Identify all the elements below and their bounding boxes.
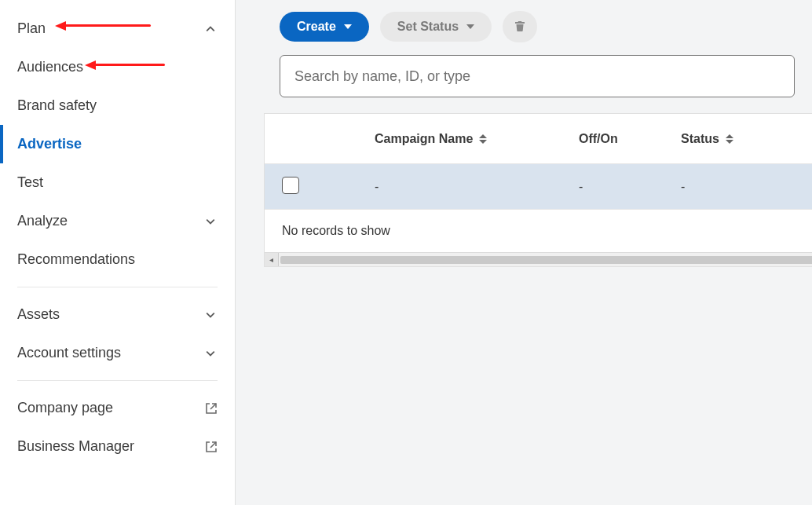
- col-campaign-name[interactable]: Campaign Name: [320, 132, 579, 146]
- trash-icon: [514, 20, 526, 35]
- table-header: Campaign Name Off/On Status Key Results: [265, 114, 812, 164]
- nav-label: Company page: [17, 400, 113, 416]
- main-content: Create Set Status Campaign Name Off: [236, 0, 812, 505]
- nav-label: Test: [17, 174, 43, 191]
- external-link-icon: [205, 441, 218, 453]
- row-checkbox[interactable]: [282, 177, 299, 194]
- nav-item-business-manager[interactable]: Business Manager: [0, 427, 235, 466]
- cell-name: -: [320, 180, 579, 194]
- caret-down-icon: [466, 24, 474, 29]
- sort-icon: [726, 134, 733, 144]
- col-label: Off/On: [579, 132, 618, 146]
- chevron-down-icon: [203, 214, 218, 229]
- scroll-thumb[interactable]: [280, 256, 812, 264]
- table-row: - - - - -: [265, 164, 812, 210]
- sidebar: Plan Audiences Brand safety Advertise Te…: [0, 0, 236, 505]
- search-wrap: [236, 55, 812, 97]
- nav-item-analyze[interactable]: Analyze: [0, 202, 235, 240]
- nav-item-company-page[interactable]: Company page: [0, 389, 235, 427]
- cell-status: -: [681, 180, 812, 194]
- nav-item-test[interactable]: Test: [0, 163, 235, 202]
- nav-label: Brand safety: [17, 97, 97, 114]
- nav-label: Audiences: [17, 59, 83, 75]
- nav-item-audiences[interactable]: Audiences: [0, 48, 235, 86]
- col-label: Status: [681, 132, 719, 146]
- col-label: Campaign Name: [375, 132, 473, 146]
- button-label: Set Status: [397, 20, 459, 34]
- external-link-icon: [205, 402, 218, 415]
- chevron-up-icon: [203, 22, 218, 36]
- divider: [17, 380, 218, 381]
- horizontal-scrollbar[interactable]: ◂: [265, 252, 812, 266]
- button-label: Create: [297, 20, 336, 34]
- col-off-on[interactable]: Off/On: [579, 132, 681, 146]
- toolbar: Create Set Status: [236, 6, 812, 55]
- nav-label: Analyze: [17, 213, 68, 229]
- delete-button[interactable]: [503, 11, 537, 42]
- nav-label: Business Manager: [17, 438, 134, 455]
- nav-label: Account settings: [17, 345, 121, 361]
- create-button[interactable]: Create: [280, 12, 369, 42]
- nav-label: Advertise: [17, 136, 82, 152]
- set-status-button[interactable]: Set Status: [380, 12, 492, 42]
- nav-label: Assets: [17, 306, 60, 323]
- scroll-left-icon: ◂: [265, 253, 279, 266]
- search-input[interactable]: [280, 55, 795, 97]
- nav-label: Recommendations: [17, 251, 135, 268]
- empty-state: No records to show: [265, 210, 812, 252]
- col-status[interactable]: Status: [681, 132, 812, 146]
- nav-item-plan[interactable]: Plan: [0, 9, 235, 48]
- nav-item-account-settings[interactable]: Account settings: [0, 334, 235, 372]
- cell-onoff: -: [579, 180, 681, 194]
- caret-down-icon: [344, 24, 352, 29]
- nav-label: Plan: [17, 20, 46, 37]
- campaign-table: Campaign Name Off/On Status Key Results …: [264, 113, 812, 267]
- divider: [17, 287, 218, 287]
- nav-item-brand-safety[interactable]: Brand safety: [0, 86, 235, 125]
- chevron-down-icon: [203, 308, 218, 322]
- nav-item-recommendations[interactable]: Recommendations: [0, 240, 235, 279]
- sort-icon: [479, 134, 487, 144]
- nav-item-assets[interactable]: Assets: [0, 295, 235, 334]
- chevron-down-icon: [203, 346, 218, 360]
- nav-item-advertise[interactable]: Advertise: [0, 125, 235, 163]
